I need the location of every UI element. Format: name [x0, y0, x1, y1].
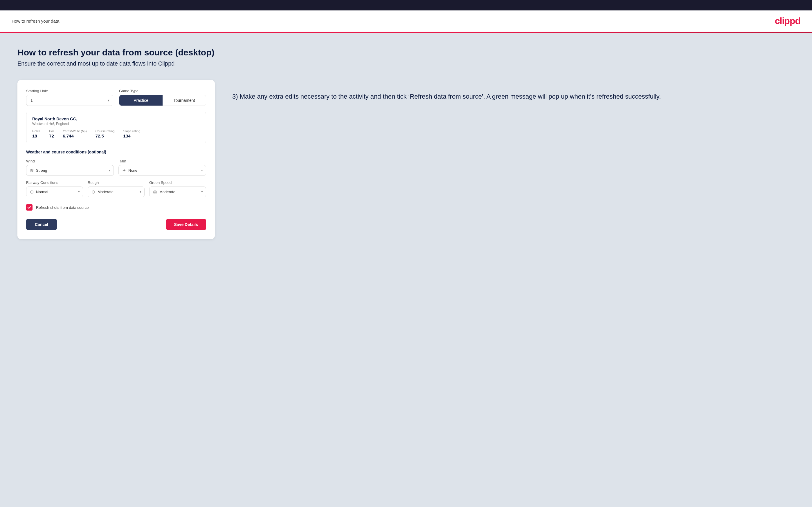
- fairway-icon: ⊙: [30, 189, 34, 194]
- course-rating-label: Course rating: [96, 129, 115, 133]
- starting-hole-select[interactable]: 1 10: [27, 95, 113, 106]
- stat-course-rating: Course rating 72.5: [96, 129, 115, 138]
- course-location: Westward Ho!, England: [32, 122, 200, 126]
- wind-label: Wind: [26, 159, 114, 163]
- refresh-checkbox-row[interactable]: Refresh shots from data source: [26, 204, 206, 211]
- course-stats: Holes 18 Par 72 Yards/White (M)) 6,744 C…: [32, 129, 200, 138]
- rain-select-wrapper[interactable]: ✦ None Light Heavy ▾: [118, 165, 206, 176]
- rain-group: Rain ✦ None Light Heavy ▾: [118, 159, 206, 176]
- stat-par: Par 72: [49, 129, 54, 138]
- rain-select[interactable]: None Light Heavy: [128, 165, 202, 175]
- starting-hole-select-wrapper[interactable]: 1 10 ▾: [26, 95, 113, 106]
- save-button[interactable]: Save Details: [166, 219, 206, 230]
- par-label: Par: [49, 129, 54, 133]
- green-speed-select-wrapper[interactable]: ◎ Moderate Fast Slow ▾: [149, 186, 206, 197]
- rough-select-wrapper[interactable]: ⊙ Moderate Light Heavy ▾: [88, 186, 145, 197]
- course-name: Royal North Devon GC,: [32, 117, 200, 121]
- side-note-text: 3) Make any extra edits necessary to the…: [232, 92, 795, 101]
- stat-slope-rating: Slope rating 134: [123, 129, 141, 138]
- button-row: Cancel Save Details: [26, 219, 206, 230]
- form-panel: Starting Hole 1 10 ▾ Game Type Practice …: [17, 80, 215, 239]
- green-speed-icon: ◎: [153, 189, 157, 194]
- tournament-button[interactable]: Tournament: [163, 95, 206, 106]
- holes-label: Holes: [32, 129, 40, 133]
- course-rating-value: 72.5: [96, 133, 115, 138]
- conditions-grid-bottom: Fairway Conditions ⊙ Normal Soft Firm ▾ …: [26, 180, 206, 197]
- top-bar: [0, 0, 812, 10]
- par-value: 72: [49, 133, 54, 138]
- fairway-select-wrapper[interactable]: ⊙ Normal Soft Firm ▾: [26, 186, 83, 197]
- checkmark-icon: [27, 205, 31, 210]
- rough-group: Rough ⊙ Moderate Light Heavy ▾: [88, 180, 145, 197]
- top-fields-row: Starting Hole 1 10 ▾ Game Type Practice …: [26, 89, 206, 106]
- holes-value: 18: [32, 133, 40, 138]
- practice-button[interactable]: Practice: [119, 95, 163, 106]
- rough-select[interactable]: Moderate Light Heavy: [98, 187, 141, 197]
- starting-hole-label: Starting Hole: [26, 89, 113, 93]
- header-title: How to refresh your data: [12, 18, 59, 23]
- game-type-toggle: Practice Tournament: [119, 95, 206, 106]
- wind-select-wrapper[interactable]: ≋ Strong Light None ▾: [26, 165, 114, 176]
- conditions-grid-top: Wind ≋ Strong Light None ▾ Rain ✦: [26, 159, 206, 176]
- fairway-group: Fairway Conditions ⊙ Normal Soft Firm ▾: [26, 180, 83, 197]
- course-info-box: Royal North Devon GC, Westward Ho!, Engl…: [26, 112, 206, 143]
- logo: clippd: [775, 16, 800, 26]
- conditions-heading: Weather and course conditions (optional): [26, 150, 206, 154]
- starting-hole-group: Starting Hole 1 10 ▾: [26, 89, 113, 106]
- rain-icon: ✦: [122, 168, 126, 173]
- wind-group: Wind ≋ Strong Light None ▾: [26, 159, 114, 176]
- refresh-checkbox[interactable]: [26, 204, 33, 211]
- cancel-button[interactable]: Cancel: [26, 219, 57, 230]
- main-content: How to refresh your data from source (de…: [0, 33, 812, 507]
- fairway-select[interactable]: Normal Soft Firm: [36, 187, 79, 197]
- game-type-group: Game Type Practice Tournament: [119, 89, 206, 106]
- rough-label: Rough: [88, 180, 145, 185]
- game-type-label: Game Type: [119, 89, 206, 93]
- slope-rating-value: 134: [123, 133, 141, 138]
- wind-icon: ≋: [30, 168, 34, 173]
- stat-yards: Yards/White (M)) 6,744: [63, 129, 87, 138]
- slope-rating-label: Slope rating: [123, 129, 141, 133]
- stat-holes: Holes 18: [32, 129, 40, 138]
- yards-label: Yards/White (M)): [63, 129, 87, 133]
- rough-icon: ⊙: [92, 189, 95, 194]
- yards-value: 6,744: [63, 133, 87, 138]
- green-speed-select[interactable]: Moderate Fast Slow: [159, 187, 202, 197]
- refresh-checkbox-label: Refresh shots from data source: [36, 205, 89, 210]
- content-row: Starting Hole 1 10 ▾ Game Type Practice …: [17, 80, 795, 239]
- page-heading: How to refresh your data from source (de…: [17, 48, 795, 57]
- rain-label: Rain: [118, 159, 206, 163]
- side-note: 3) Make any extra edits necessary to the…: [232, 80, 795, 101]
- page-subheading: Ensure the correct and most up to date d…: [17, 60, 795, 67]
- green-speed-label: Green Speed: [149, 180, 206, 185]
- fairway-label: Fairway Conditions: [26, 180, 83, 185]
- green-speed-group: Green Speed ◎ Moderate Fast Slow ▾: [149, 180, 206, 197]
- wind-select[interactable]: Strong Light None: [36, 165, 110, 175]
- header: How to refresh your data clippd: [0, 10, 812, 32]
